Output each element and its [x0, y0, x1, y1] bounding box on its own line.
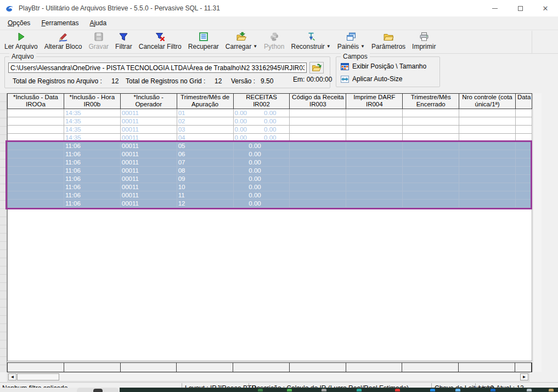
- grid-cell[interactable]: [8, 191, 64, 200]
- grid-cell[interactable]: [516, 158, 532, 167]
- chevron-down-icon[interactable]: ▼: [326, 44, 331, 49]
- scroll-left-arrow[interactable]: ◄: [8, 373, 16, 380]
- column-header-codigo-da-receita-ir003[interactable]: Código da ReceitaIR003: [290, 94, 346, 109]
- cancelar-filtro-button[interactable]: Cancelar Filtro: [136, 31, 185, 51]
- grid-cell[interactable]: [346, 158, 403, 167]
- close-button[interactable]: ✕: [533, 0, 558, 16]
- grid-cell[interactable]: 0.00: [234, 200, 290, 208]
- grid-cell[interactable]: 09: [177, 175, 234, 183]
- windows-taskbar[interactable]: [0, 388, 558, 392]
- table-row[interactable]: 14:3500011010.000.00: [7, 109, 532, 117]
- grid-cell[interactable]: [516, 109, 532, 117]
- file-path-input[interactable]: [8, 63, 307, 73]
- grid-cell[interactable]: [8, 126, 64, 134]
- grid-cell[interactable]: [403, 109, 459, 117]
- grid-cell[interactable]: 04: [177, 134, 234, 142]
- grid-cell[interactable]: 11:06: [64, 150, 121, 158]
- grid-cell[interactable]: 0.00: [234, 158, 290, 167]
- grid-cell[interactable]: [403, 167, 459, 175]
- grid-cell[interactable]: 0.00: [234, 191, 290, 200]
- grid-cell[interactable]: [516, 126, 532, 134]
- grid-cell[interactable]: [459, 109, 516, 117]
- carregar-button[interactable]: Carregar▼: [222, 31, 261, 51]
- grid-cell[interactable]: [403, 150, 459, 158]
- grid-cell[interactable]: [8, 167, 64, 175]
- grid-cell[interactable]: 0.00: [234, 175, 290, 183]
- column-header-trimestre-mes-de-apuracao[interactable]: Trimestre/Mês deApuração: [177, 94, 234, 109]
- table-row[interactable]: 11:0600011060.00: [7, 150, 532, 158]
- grid-cell[interactable]: [459, 191, 516, 200]
- grid-cell[interactable]: [459, 183, 516, 191]
- grid-cell[interactable]: 00011: [121, 150, 177, 158]
- grid-cell[interactable]: [516, 142, 532, 150]
- grid-cell[interactable]: 14:35: [64, 109, 121, 117]
- grid-cell[interactable]: [459, 167, 516, 175]
- table-row[interactable]: 11:0600011050.00: [7, 142, 532, 150]
- column-header-receitas-ir002[interactable]: RECEITASIR002: [234, 94, 290, 109]
- grid-cell[interactable]: 14:35: [64, 134, 121, 142]
- alterar-bloco-button[interactable]: Alterar Bloco: [41, 31, 86, 51]
- column-header-imprime-darf-ir004[interactable]: Imprime DARFIR004: [346, 94, 403, 109]
- grid-cell[interactable]: 11:06: [64, 200, 121, 208]
- taskbar-app-icon[interactable]: [93, 389, 103, 392]
- aplicar-autosize-button[interactable]: Aplicar Auto-Size: [341, 75, 402, 83]
- data-grid[interactable]: *Inclusão - DataIROOa*Inclusão - HoraIR0…: [7, 93, 532, 208]
- table-row[interactable]: 11:0600011070.00: [7, 158, 532, 167]
- grid-cell[interactable]: 00011: [121, 134, 177, 142]
- table-row[interactable]: 11:0600011080.00: [7, 167, 532, 175]
- grid-cell[interactable]: 03: [177, 126, 234, 134]
- grid-cell[interactable]: [8, 200, 64, 208]
- grid-cell[interactable]: 11:06: [64, 191, 121, 200]
- grid-cell[interactable]: 08: [177, 167, 234, 175]
- grid-cell[interactable]: [290, 191, 346, 200]
- grid-cell[interactable]: [459, 200, 516, 208]
- paineis-button[interactable]: Painéis▼: [334, 31, 368, 51]
- taskbar-app-icon[interactable]: [258, 389, 263, 391]
- grid-cell[interactable]: [403, 134, 459, 142]
- grid-cell[interactable]: 0.00: [234, 150, 290, 158]
- grid-cell[interactable]: 11: [177, 191, 234, 200]
- column-header-inclusao-operador[interactable]: *Inclusão -Operador: [121, 94, 177, 109]
- grid-cell[interactable]: [403, 158, 459, 167]
- column-header-inclusao-data-irooa[interactable]: *Inclusão - DataIROOa: [8, 94, 64, 109]
- menu-opcoes[interactable]: Opções: [2, 18, 36, 29]
- menu-ferramentas[interactable]: Ferramentas: [36, 18, 84, 29]
- grid-cell[interactable]: [516, 175, 532, 183]
- column-header-inclusao-hora-ir00b[interactable]: *Inclusão - HoraIR00b: [64, 94, 121, 109]
- grid-cell[interactable]: 00011: [121, 191, 177, 200]
- grid-cell[interactable]: [516, 167, 532, 175]
- grid-cell[interactable]: [516, 191, 532, 200]
- grid-cell[interactable]: [346, 109, 403, 117]
- grid-cell[interactable]: 07: [177, 158, 234, 167]
- grid-cell[interactable]: [346, 175, 403, 183]
- grid-cell[interactable]: [290, 167, 346, 175]
- grid-cell[interactable]: 00011: [121, 126, 177, 134]
- maximize-button[interactable]: [508, 0, 533, 16]
- taskbar-app-icon[interactable]: [287, 389, 292, 391]
- grid-cell[interactable]: 11:06: [64, 142, 121, 150]
- grid-cell[interactable]: 00011: [121, 183, 177, 191]
- grid-cell[interactable]: 06: [177, 150, 234, 158]
- grid-cell[interactable]: [8, 142, 64, 150]
- grid-cell[interactable]: [8, 134, 64, 142]
- grid-cell[interactable]: [290, 183, 346, 191]
- grid-cell[interactable]: [290, 117, 346, 126]
- grid-cell[interactable]: [8, 117, 64, 126]
- grid-cell[interactable]: 01: [177, 109, 234, 117]
- grid-cell[interactable]: [346, 191, 403, 200]
- grid-cell[interactable]: 00011: [121, 142, 177, 150]
- grid-cell[interactable]: 0.000.00: [234, 126, 290, 134]
- grid-cell[interactable]: 11:06: [64, 175, 121, 183]
- taskbar-app-icon[interactable]: [491, 389, 495, 391]
- grid-cell[interactable]: 11:06: [64, 158, 121, 167]
- grid-cell[interactable]: [459, 117, 516, 126]
- chevron-down-icon[interactable]: ▼: [253, 44, 257, 49]
- taskbar-app-icon[interactable]: [357, 389, 362, 391]
- grid-cell[interactable]: [346, 117, 403, 126]
- grid-cell[interactable]: 11:06: [64, 167, 121, 175]
- grid-cell[interactable]: [290, 200, 346, 208]
- grid-cell[interactable]: 0.000.00: [234, 117, 290, 126]
- grid-cell[interactable]: [459, 150, 516, 158]
- grid-cell[interactable]: [516, 200, 532, 208]
- grid-cell[interactable]: [516, 117, 532, 126]
